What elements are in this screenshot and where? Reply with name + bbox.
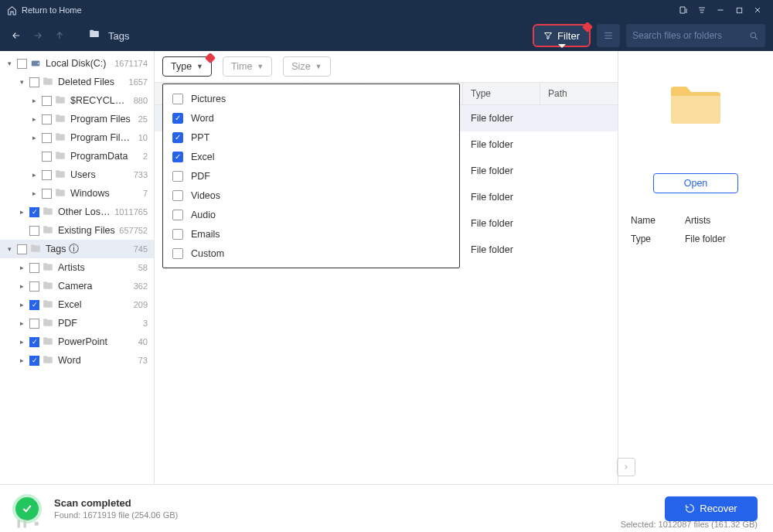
tree-checkbox[interactable]: ✓ (29, 356, 39, 366)
close-icon[interactable] (748, 1, 767, 19)
meta-name-label: Name (631, 215, 685, 226)
tree-item[interactable]: ▸Windows7 (0, 184, 154, 203)
status-subtitle: Found: 1671919 file (254.06 GB) (54, 510, 178, 520)
col-type[interactable]: Type (463, 83, 540, 104)
chevron-right-icon[interactable]: ▸ (29, 133, 39, 142)
chevron-right-icon[interactable] (29, 152, 39, 161)
chevron-right-icon[interactable]: ▸ (17, 281, 26, 291)
tree-checkbox[interactable] (17, 59, 27, 69)
tree-item[interactable]: Existing Files657752 (0, 221, 154, 240)
chevron-right-icon[interactable]: ▸ (29, 189, 39, 198)
tree-checkbox[interactable] (42, 133, 52, 143)
folder-lost-icon (43, 206, 55, 217)
tree-checkbox[interactable] (29, 226, 39, 236)
tree-item[interactable]: ▸✓Excel209 (0, 295, 154, 314)
forward-icon[interactable] (29, 27, 46, 44)
dropdown-item[interactable]: Audio (163, 205, 459, 224)
dropdown-checkbox[interactable] (172, 94, 183, 104)
tree-item[interactable]: ▸Program Files (x86)10 (0, 128, 154, 147)
tree-item[interactable]: ▸$RECYCLE.BIN880 (0, 91, 154, 110)
tree-item[interactable]: ▸✓Other Lost Files1011765 (0, 203, 154, 221)
meta-type-label: Type (631, 234, 685, 244)
tree-checkbox[interactable] (42, 170, 52, 180)
dropdown-checkbox[interactable] (172, 190, 183, 201)
tree-checkbox[interactable]: ✓ (29, 300, 39, 310)
tree-checkbox[interactable] (42, 96, 52, 106)
chevron-right-icon[interactable]: ▸ (29, 114, 39, 124)
col-path[interactable]: Path (540, 83, 618, 104)
tree-checkbox[interactable] (42, 114, 52, 124)
tree-checkbox[interactable] (42, 152, 52, 162)
chevron-right-icon[interactable]: ▸ (17, 319, 26, 328)
tree-item[interactable]: ▸✓Word73 (0, 351, 154, 370)
chip-type[interactable]: Type ▼ (162, 56, 212, 77)
pause-icon[interactable]: ❚❚ (15, 519, 28, 527)
tree-item[interactable]: ▸✓PowerPoint40 (0, 332, 154, 351)
open-button[interactable]: Open (653, 173, 738, 193)
tree-item[interactable]: ▸Program Files25 (0, 110, 154, 128)
tree-item[interactable]: ▸PDF3 (0, 314, 154, 332)
chip-size[interactable]: Size ▼ (283, 56, 330, 77)
dropdown-checkbox[interactable]: ✓ (172, 132, 183, 143)
up-icon[interactable] (51, 27, 68, 44)
preview-next-button[interactable] (617, 458, 635, 476)
tree-checkbox[interactable] (29, 319, 39, 329)
tree-item[interactable]: ▾Tags ⓘ745 (0, 240, 154, 258)
tree-checkbox[interactable]: ✓ (29, 207, 39, 217)
tree-item[interactable]: ProgramData2 (0, 147, 154, 165)
tree-item[interactable]: ▸Artists58 (0, 258, 154, 277)
maximize-icon[interactable] (730, 1, 748, 19)
dropdown-checkbox[interactable] (172, 229, 183, 240)
tree-checkbox[interactable] (29, 281, 39, 292)
dropdown-checkbox[interactable] (172, 248, 183, 259)
tree-item[interactable]: ▸Camera362 (0, 277, 154, 295)
settings-lines-icon[interactable] (693, 1, 711, 19)
tree-item[interactable]: ▸Users733 (0, 165, 154, 184)
dropdown-checkbox[interactable] (172, 171, 183, 182)
return-home-link[interactable]: Return to Home (22, 5, 82, 15)
chevron-down-icon[interactable]: ▾ (5, 59, 14, 68)
chevron-right-icon[interactable] (17, 226, 26, 235)
dropdown-checkbox[interactable]: ✓ (172, 152, 183, 162)
tree-checkbox[interactable] (17, 244, 27, 254)
stop-icon[interactable]: ■ (34, 519, 39, 527)
search-input[interactable] (632, 30, 749, 41)
tree-checkbox[interactable] (29, 263, 39, 273)
search-box[interactable] (626, 24, 765, 47)
minimize-icon[interactable] (711, 1, 730, 19)
chip-time[interactable]: Time ▼ (223, 56, 272, 77)
tree-item[interactable]: ▾Deleted Files1657 (0, 73, 154, 91)
chevron-right-icon[interactable]: ▸ (29, 96, 39, 105)
dropdown-checkbox[interactable]: ✓ (172, 113, 183, 124)
dropdown-item[interactable]: ✓Word (163, 108, 459, 128)
chevron-right-icon[interactable]: ▸ (17, 300, 26, 309)
chevron-right-icon[interactable]: ▸ (17, 356, 26, 365)
filter-button[interactable]: Filter (533, 24, 591, 47)
view-list-button[interactable] (597, 24, 620, 47)
back-icon[interactable] (8, 27, 25, 44)
tree-checkbox[interactable] (42, 189, 52, 199)
dropdown-item[interactable]: Emails (163, 224, 459, 244)
tree-checkbox[interactable]: ✓ (29, 337, 39, 347)
tree-checkbox[interactable] (29, 77, 39, 87)
tree-item[interactable]: ▾Local Disk(C:)1671174 (0, 54, 154, 73)
chevron-down-icon[interactable]: ▾ (17, 77, 26, 87)
chevron-down-icon[interactable]: ▾ (5, 244, 14, 254)
dropdown-item[interactable]: ✓Excel (163, 147, 459, 166)
selected-info: Selected: 1012087 files (161.32 GB) (621, 520, 758, 529)
chevron-right-icon[interactable]: ▸ (17, 263, 26, 272)
chevron-right-icon[interactable]: ▸ (17, 337, 26, 346)
dropdown-checkbox[interactable] (172, 210, 183, 220)
dropdown-item[interactable]: Pictures (163, 89, 459, 108)
dropdown-item[interactable]: ✓PPT (163, 128, 459, 147)
dropdown-item[interactable]: Videos (163, 186, 459, 205)
home-icon[interactable] (6, 5, 17, 15)
search-icon[interactable] (749, 31, 759, 41)
chevron-right-icon[interactable]: ▸ (17, 207, 26, 217)
svg-rect-0 (737, 8, 741, 12)
chevron-right-icon[interactable]: ▸ (29, 170, 39, 179)
export-icon[interactable] (674, 1, 693, 19)
dropdown-item[interactable]: PDF (163, 166, 459, 186)
recover-button[interactable]: Recover (665, 496, 758, 521)
dropdown-item[interactable]: Custom (163, 244, 459, 263)
